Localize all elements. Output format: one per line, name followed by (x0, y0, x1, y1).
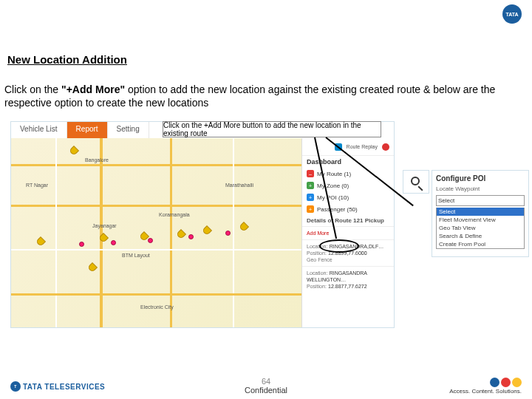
map-route-point (225, 231, 231, 236)
magnifier-box (403, 170, 429, 194)
details-header: Details of Route 121 Pickup (302, 215, 394, 226)
my-zone-row[interactable]: + My Zone (0) (302, 180, 394, 191)
add-more-area: Add More (302, 226, 394, 239)
callout-tooltip: Click on the +Add More button to add the… (163, 121, 381, 137)
plus-icon: + (307, 205, 314, 213)
map-area[interactable]: Bangalore Jayanagar Marathahalli Koraman… (11, 138, 301, 327)
map-label: Koramangala (159, 212, 190, 217)
map-label: Jayanagar (92, 223, 117, 228)
waypoint-option[interactable]: Fleet Movement View (437, 216, 524, 224)
waypoint-option[interactable]: Search & Define (437, 232, 524, 240)
tab-setting[interactable]: Setting (108, 122, 149, 138)
map-route-point (111, 240, 116, 245)
map-marker[interactable] (87, 262, 98, 273)
waypoint-option[interactable]: Create From Pool (437, 240, 524, 248)
map-marker[interactable] (176, 229, 186, 239)
map-label: Electronic City (140, 304, 174, 310)
waypoint-option[interactable]: Geo Tab View (437, 224, 524, 232)
brand-logo-top: TATA (502, 4, 522, 24)
waypoint-option[interactable]: Select (437, 208, 524, 216)
footer-brand-right: Access. Content. Solutions. (449, 378, 522, 395)
my-route-row[interactable]: – My Route (1) (302, 168, 394, 180)
intro-text: Click on the "+Add More" option to add t… (4, 83, 528, 109)
map-label: RT Nagar (26, 183, 48, 188)
page-title: New Location Addition (7, 53, 127, 66)
configure-poi-title: Configure POI (436, 174, 525, 183)
search-icon (411, 177, 421, 187)
docomo-bubble-icon (490, 378, 499, 387)
add-more-link[interactable]: Add More (307, 231, 329, 236)
docomo-bubble-icon (512, 378, 522, 387)
annotation-circle (319, 239, 359, 253)
waypoint-options: Select Fleet Movement View Geo Tab View … (436, 208, 525, 249)
location-entry-2: Location: RINGASANDRA WELLINGTON… Positi… (302, 266, 394, 293)
map-marker[interactable] (202, 225, 212, 236)
side-panel: Route Replay Dashboard – My Route (1) + … (301, 138, 394, 327)
map-marker[interactable] (35, 236, 46, 247)
tata-logo-icon: TATA (502, 4, 522, 24)
my-poi-row[interactable]: + My POI (10) (302, 191, 394, 203)
tab-vehicle-list[interactable]: Vehicle List (11, 122, 67, 138)
docomo-bubble-icon (501, 378, 511, 387)
plus-icon: + (307, 194, 314, 201)
map-route-point (148, 238, 153, 243)
map-route-point (188, 234, 194, 239)
dashboard-header: Dashboard (302, 156, 394, 168)
map-route-point (79, 242, 84, 247)
map-marker[interactable] (239, 222, 249, 232)
passenger-row[interactable]: + Passenger (50) (302, 203, 394, 215)
configure-poi-popup: Configure POI Locate Waypoint Select Sel… (432, 170, 529, 257)
app-screenshot: Vehicle List Report Setting Bangalore Ja… (10, 121, 395, 328)
minus-icon: – (307, 170, 314, 177)
map-canvas[interactable]: Bangalore Jayanagar Marathahalli Koraman… (11, 138, 301, 327)
plus-icon: + (307, 182, 314, 189)
waypoint-select[interactable]: Select (436, 195, 525, 206)
configure-poi-subtitle: Locate Waypoint (436, 185, 525, 192)
poi-config-icon[interactable] (382, 143, 389, 151)
tab-report[interactable]: Report (67, 122, 108, 138)
route-replay-label: Route Replay (347, 144, 378, 149)
map-label: Marathahalli (225, 183, 253, 188)
map-marker[interactable] (69, 146, 79, 156)
footer-tagline: Access. Content. Solutions. (449, 388, 522, 395)
map-label: Bangalore (85, 157, 109, 163)
map-label: BTM Layout (122, 253, 150, 258)
